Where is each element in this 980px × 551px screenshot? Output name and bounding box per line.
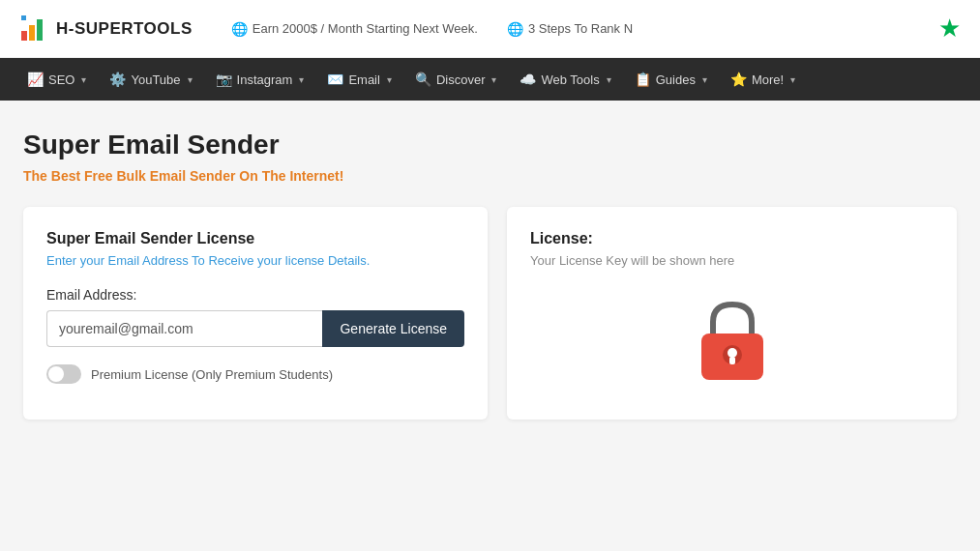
guides-chevron: ▾ bbox=[702, 74, 707, 85]
lock-container bbox=[530, 287, 934, 396]
logo-icon bbox=[19, 14, 50, 44]
email-nav-icon: ✉️ bbox=[327, 72, 343, 87]
youtube-chevron: ▾ bbox=[188, 74, 193, 85]
svg-rect-2 bbox=[37, 19, 43, 41]
svg-point-6 bbox=[728, 348, 737, 358]
svg-rect-3 bbox=[21, 15, 26, 20]
globe-icon-2: 🌐 bbox=[507, 21, 523, 37]
generate-license-button[interactable]: Generate License bbox=[322, 310, 464, 347]
star-button[interactable]: ★ bbox=[938, 14, 961, 44]
webtools-chevron: ▾ bbox=[607, 74, 611, 85]
premium-toggle-row: Premium License (Only Premium Students) bbox=[46, 364, 464, 384]
globe-icon-1: 🌐 bbox=[231, 21, 248, 37]
nav-label-instagram: Instagram bbox=[237, 72, 293, 87]
seo-icon: 📈 bbox=[27, 72, 44, 87]
email-chevron: ▾ bbox=[387, 74, 392, 85]
license-form-card: Super Email Sender License Enter your Em… bbox=[23, 207, 488, 420]
nav-label-seo: SEO bbox=[48, 72, 74, 87]
nav-item-webtools[interactable]: ☁️ Web Tools ▾ bbox=[508, 58, 622, 101]
webtools-icon: ☁️ bbox=[520, 72, 536, 87]
page-subtitle: The Best Free Bulk Email Sender On The I… bbox=[23, 168, 957, 184]
nav-item-discover[interactable]: 🔍 Discover ▾ bbox=[403, 58, 509, 101]
cards-row: Super Email Sender License Enter your Em… bbox=[23, 207, 957, 420]
main-content: Super Email Sender The Best Free Bulk Em… bbox=[0, 101, 980, 449]
email-field-label: Email Address: bbox=[46, 287, 464, 303]
instagram-icon: 📷 bbox=[216, 72, 232, 87]
discover-icon: 🔍 bbox=[415, 72, 431, 87]
nav-label-guides: Guides bbox=[656, 72, 696, 87]
nav-label-email: Email bbox=[348, 72, 380, 87]
promo-link-2[interactable]: 🌐 3 Steps To Rank N bbox=[507, 21, 633, 37]
more-chevron: ▾ bbox=[790, 74, 795, 85]
lock-icon bbox=[694, 299, 771, 386]
license-card-title: License: bbox=[530, 230, 934, 247]
guides-icon: 📋 bbox=[635, 72, 651, 87]
logo-text: H-SUPERTOOLS bbox=[56, 19, 193, 39]
email-input-row: Generate License bbox=[46, 310, 464, 347]
more-icon: ⭐ bbox=[730, 72, 747, 87]
nav-item-youtube[interactable]: ⚙️ YouTube ▾ bbox=[98, 58, 203, 101]
nav-item-instagram[interactable]: 📷 Instagram ▾ bbox=[204, 58, 316, 101]
promo-text-1: Earn 2000$ / Month Starting Next Week. bbox=[252, 21, 478, 36]
email-input[interactable] bbox=[46, 310, 322, 347]
svg-rect-0 bbox=[21, 31, 27, 41]
nav-label-more: More! bbox=[752, 72, 784, 87]
navbar: 📈 SEO ▾ ⚙️ YouTube ▾ 📷 Instagram ▾ ✉️ Em… bbox=[0, 58, 980, 101]
premium-toggle[interactable] bbox=[46, 364, 81, 384]
license-key-placeholder: Your License Key will be shown here bbox=[530, 253, 934, 268]
seo-chevron: ▾ bbox=[81, 74, 86, 85]
nav-item-seo[interactable]: 📈 SEO ▾ bbox=[15, 58, 98, 101]
premium-toggle-label: Premium License (Only Premium Students) bbox=[91, 367, 333, 382]
page-title: Super Email Sender bbox=[23, 130, 957, 160]
promo-text-2: 3 Steps To Rank N bbox=[528, 21, 633, 36]
nav-item-guides[interactable]: 📋 Guides ▾ bbox=[623, 58, 719, 101]
discover-chevron: ▾ bbox=[491, 74, 496, 85]
instagram-chevron: ▾ bbox=[299, 74, 304, 85]
form-card-title: Super Email Sender License bbox=[46, 230, 464, 247]
topbar-links: 🌐 Earn 2000$ / Month Starting Next Week.… bbox=[231, 21, 938, 37]
svg-rect-1 bbox=[29, 25, 35, 41]
nav-item-email[interactable]: ✉️ Email ▾ bbox=[315, 58, 403, 101]
youtube-icon: ⚙️ bbox=[109, 72, 126, 87]
form-card-subtitle: Enter your Email Address To Receive your… bbox=[46, 253, 464, 268]
topbar: H-SUPERTOOLS 🌐 Earn 2000$ / Month Starti… bbox=[0, 0, 980, 58]
nav-label-webtools: Web Tools bbox=[541, 72, 599, 87]
toggle-knob bbox=[48, 366, 64, 382]
svg-rect-7 bbox=[729, 357, 735, 364]
nav-label-discover: Discover bbox=[436, 72, 486, 87]
license-display-card: License: Your License Key will be shown … bbox=[507, 207, 957, 420]
nav-label-youtube: YouTube bbox=[131, 72, 180, 87]
promo-link-1[interactable]: 🌐 Earn 2000$ / Month Starting Next Week. bbox=[231, 21, 478, 37]
nav-item-more[interactable]: ⭐ More! ▾ bbox=[719, 58, 807, 101]
logo[interactable]: H-SUPERTOOLS bbox=[19, 14, 193, 44]
